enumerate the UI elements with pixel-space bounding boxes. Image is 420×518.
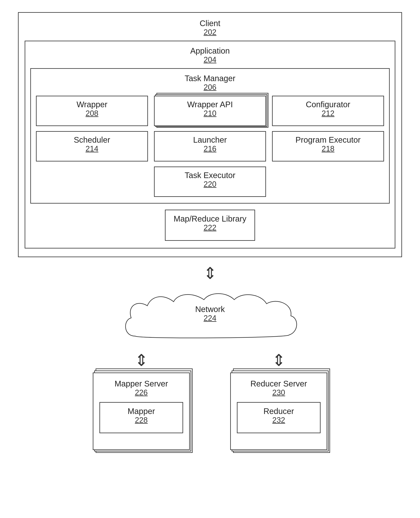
- task-executor-number: 220: [158, 180, 262, 189]
- mapper-number: 228: [106, 416, 176, 425]
- reducer-server-title: Reducer Server: [250, 379, 307, 388]
- reducer-number: 232: [244, 416, 314, 425]
- wrapper-api-number: 210: [158, 109, 262, 118]
- reducer-server-column: ⇕ Reducer Server 230 Reducer 232: [230, 352, 327, 450]
- grid-empty-1: [36, 167, 148, 197]
- wrapper-api-box: Wrapper API 210: [154, 96, 266, 126]
- mapreduce-container: Map/Reduce Library 222: [30, 210, 390, 241]
- task-executor-box: Task Executor 220: [154, 167, 266, 197]
- scheduler-title: Scheduler: [74, 135, 110, 144]
- mapper-server-number: 226: [99, 388, 183, 397]
- application-box: Application 204 Task Manager 206 Wrapper…: [25, 41, 395, 248]
- network-section: Network 224: [18, 290, 402, 346]
- wrapper-api-title: Wrapper API: [187, 100, 233, 109]
- mapreduce-number: 222: [174, 223, 246, 232]
- network-title: Network: [195, 305, 225, 314]
- arrow-to-reducer: ⇕: [272, 352, 285, 369]
- client-box: Client 202 Application 204 Task Manager …: [18, 12, 402, 257]
- client-number: 202: [25, 28, 395, 37]
- grid-empty-2: [272, 167, 384, 197]
- mapper-server-stacked: Mapper Server 226 Mapper 228: [93, 372, 190, 450]
- wrapper-number: 208: [40, 109, 144, 118]
- program-executor-title: Program Executor: [295, 135, 360, 144]
- page-container: Client 202 Application 204 Task Manager …: [18, 12, 402, 450]
- launcher-box: Launcher 216: [154, 131, 266, 162]
- mapreduce-title: Map/Reduce Library: [174, 214, 246, 223]
- wrapper-box: Wrapper 208: [36, 96, 148, 126]
- network-number: 224: [195, 314, 225, 323]
- task-manager-label: Task Manager 206: [36, 74, 384, 92]
- launcher-number: 216: [158, 145, 262, 153]
- wrapper-title: Wrapper: [77, 100, 107, 109]
- arrow-to-network: ⇕: [203, 265, 217, 281]
- wrapper-api-stacked-container: Wrapper API 210: [154, 96, 266, 126]
- program-executor-box: Program Executor 218: [272, 131, 384, 162]
- reducer-server-box: Reducer Server 230 Reducer 232: [230, 372, 327, 450]
- configurator-title: Configurator: [306, 100, 350, 109]
- scheduler-box: Scheduler 214: [36, 131, 148, 162]
- reducer-title: Reducer: [263, 407, 294, 416]
- mapper-server-column: ⇕ Mapper Server 226 Mapper 228: [93, 352, 190, 450]
- double-arrow-mapper-icon: ⇕: [135, 351, 148, 369]
- task-manager-box: Task Manager 206 Wrapper 208: [30, 68, 390, 204]
- cloud-container: Network 224: [119, 290, 301, 346]
- application-label: Application 204: [30, 46, 390, 64]
- scheduler-number: 214: [40, 145, 144, 153]
- application-number: 204: [30, 55, 390, 64]
- cloud-label: Network 224: [195, 305, 225, 327]
- application-title: Application: [190, 46, 230, 55]
- client-title: Client: [200, 19, 220, 28]
- mapper-box: Mapper 228: [99, 402, 183, 433]
- program-executor-number: 218: [276, 145, 380, 153]
- mapreduce-box: Map/Reduce Library 222: [165, 210, 255, 241]
- mapper-title: Mapper: [128, 407, 155, 416]
- mapper-server-box: Mapper Server 226 Mapper 228: [93, 372, 190, 450]
- client-label: Client 202: [25, 19, 395, 37]
- servers-section: ⇕ Mapper Server 226 Mapper 228 ⇕: [18, 352, 402, 450]
- task-manager-grid: Wrapper 208 Wrapper API 210: [36, 96, 384, 197]
- configurator-box: Configurator 212: [272, 96, 384, 126]
- reducer-server-number: 230: [237, 388, 321, 397]
- task-executor-title: Task Executor: [185, 171, 235, 180]
- task-manager-number: 206: [36, 83, 384, 92]
- double-arrow-reducer-icon: ⇕: [272, 351, 285, 369]
- double-arrow-icon: ⇕: [203, 265, 217, 281]
- configurator-number: 212: [276, 109, 380, 118]
- task-manager-title: Task Manager: [185, 74, 235, 83]
- reducer-server-stacked: Reducer Server 230 Reducer 232: [230, 372, 327, 450]
- mapper-server-title: Mapper Server: [115, 379, 168, 388]
- arrow-to-mapper: ⇕: [135, 352, 148, 369]
- launcher-title: Launcher: [193, 135, 227, 144]
- reducer-box: Reducer 232: [237, 402, 321, 433]
